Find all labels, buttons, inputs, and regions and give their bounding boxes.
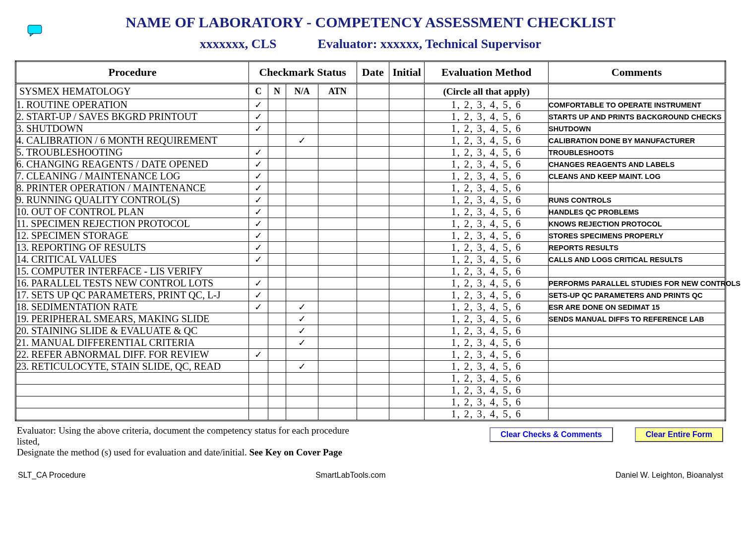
procedure-cell[interactable]: 13. REPORTING OF RESULTS — [16, 242, 249, 254]
check-atn[interactable] — [318, 182, 357, 194]
check-n[interactable] — [268, 278, 286, 289]
check-atn[interactable] — [318, 361, 357, 373]
comment-cell[interactable] — [549, 408, 726, 421]
comment-cell[interactable] — [549, 373, 726, 385]
check-atn[interactable] — [318, 385, 357, 396]
check-atn[interactable] — [318, 313, 357, 325]
procedure-cell[interactable]: 10. OUT OF CONTROL PLAN — [16, 206, 249, 218]
evaluation-cell[interactable]: 1, 2, 3, 4, 5, 6 — [425, 194, 549, 206]
initial-cell[interactable] — [389, 313, 424, 325]
check-na[interactable] — [286, 385, 318, 396]
initial-cell[interactable] — [389, 325, 424, 337]
evaluation-cell[interactable]: 1, 2, 3, 4, 5, 6 — [425, 349, 549, 361]
check-n[interactable] — [268, 373, 286, 385]
evaluation-cell[interactable]: 1, 2, 3, 4, 5, 6 — [425, 361, 549, 373]
evaluation-cell[interactable]: 1, 2, 3, 4, 5, 6 — [425, 396, 549, 408]
check-c[interactable]: ✓ — [248, 218, 268, 230]
check-n[interactable] — [268, 396, 286, 408]
check-na[interactable]: ✓ — [286, 337, 318, 349]
comment-cell[interactable]: REPORTS RESULTS — [549, 242, 726, 254]
check-atn[interactable] — [318, 289, 357, 301]
clear-form-button[interactable]: Clear Entire Form — [635, 427, 723, 442]
check-c[interactable]: ✓ — [248, 289, 268, 301]
procedure-cell[interactable]: 17. SETS UP QC PARAMETERS, PRINT QC, L-J — [16, 289, 249, 301]
date-cell[interactable] — [357, 170, 389, 182]
check-na[interactable]: ✓ — [286, 301, 318, 313]
date-cell[interactable] — [357, 278, 389, 289]
evaluation-cell[interactable]: 1, 2, 3, 4, 5, 6 — [425, 147, 549, 159]
check-na[interactable] — [286, 396, 318, 408]
date-cell[interactable] — [357, 159, 389, 170]
check-atn[interactable] — [318, 373, 357, 385]
date-cell[interactable] — [357, 230, 389, 242]
comment-cell[interactable]: HANDLES QC PROBLEMS — [549, 206, 726, 218]
check-atn[interactable] — [318, 111, 357, 123]
check-c[interactable]: ✓ — [248, 170, 268, 182]
procedure-cell[interactable]: 14. CRITICAL VALUES — [16, 254, 249, 266]
date-cell[interactable] — [357, 206, 389, 218]
initial-cell[interactable] — [389, 111, 424, 123]
check-n[interactable] — [268, 206, 286, 218]
comment-cell[interactable]: COMFORTABLE TO OPERATE INSTRUMENT — [549, 99, 726, 111]
date-cell[interactable] — [357, 242, 389, 254]
check-atn[interactable] — [318, 337, 357, 349]
procedure-cell[interactable]: 20. STAINING SLIDE & EVALUATE & QC — [16, 325, 249, 337]
evaluation-cell[interactable]: 1, 2, 3, 4, 5, 6 — [425, 301, 549, 313]
procedure-cell[interactable] — [16, 373, 249, 385]
evaluation-cell[interactable]: 1, 2, 3, 4, 5, 6 — [425, 99, 549, 111]
check-na[interactable] — [286, 147, 318, 159]
check-na[interactable] — [286, 289, 318, 301]
check-n[interactable] — [268, 385, 286, 396]
procedure-cell[interactable]: 5. TROUBLESHOOTING — [16, 147, 249, 159]
check-n[interactable] — [268, 349, 286, 361]
check-atn[interactable] — [318, 230, 357, 242]
date-cell[interactable] — [357, 385, 389, 396]
comment-cell[interactable] — [549, 325, 726, 337]
check-c[interactable]: ✓ — [248, 301, 268, 313]
initial-cell[interactable] — [389, 170, 424, 182]
check-c[interactable] — [248, 385, 268, 396]
check-n[interactable] — [268, 301, 286, 313]
check-c[interactable]: ✓ — [248, 99, 268, 111]
check-c[interactable] — [248, 135, 268, 147]
check-na[interactable] — [286, 254, 318, 266]
check-atn[interactable] — [318, 194, 357, 206]
date-cell[interactable] — [357, 194, 389, 206]
check-c[interactable] — [248, 337, 268, 349]
initial-cell[interactable] — [389, 349, 424, 361]
check-na[interactable] — [286, 242, 318, 254]
date-cell[interactable] — [357, 123, 389, 135]
comment-cell[interactable] — [549, 266, 726, 278]
date-cell[interactable] — [357, 182, 389, 194]
check-atn[interactable] — [318, 266, 357, 278]
date-cell[interactable] — [357, 111, 389, 123]
comment-bubble-icon[interactable] — [27, 25, 42, 37]
check-n[interactable] — [268, 111, 286, 123]
check-c[interactable]: ✓ — [248, 194, 268, 206]
check-n[interactable] — [268, 182, 286, 194]
procedure-cell[interactable]: 1. ROUTINE OPERATION — [16, 99, 249, 111]
check-atn[interactable] — [318, 278, 357, 289]
check-n[interactable] — [268, 313, 286, 325]
check-c[interactable]: ✓ — [248, 254, 268, 266]
check-atn[interactable] — [318, 301, 357, 313]
check-n[interactable] — [268, 361, 286, 373]
check-atn[interactable] — [318, 325, 357, 337]
date-cell[interactable] — [357, 396, 389, 408]
comment-cell[interactable]: SETS-UP QC PARAMETERS AND PRINTS QC — [549, 289, 726, 301]
check-c[interactable]: ✓ — [248, 147, 268, 159]
evaluation-cell[interactable]: 1, 2, 3, 4, 5, 6 — [425, 242, 549, 254]
check-n[interactable] — [268, 254, 286, 266]
procedure-cell[interactable]: 2. START-UP / SAVES BKGRD PRINTOUT — [16, 111, 249, 123]
date-cell[interactable] — [357, 408, 389, 421]
check-atn[interactable] — [318, 206, 357, 218]
check-c[interactable] — [248, 373, 268, 385]
check-n[interactable] — [268, 99, 286, 111]
check-c[interactable]: ✓ — [248, 349, 268, 361]
check-atn[interactable] — [318, 99, 357, 111]
date-cell[interactable] — [357, 289, 389, 301]
check-n[interactable] — [268, 147, 286, 159]
check-na[interactable] — [286, 408, 318, 421]
check-c[interactable] — [248, 361, 268, 373]
comment-cell[interactable] — [549, 182, 726, 194]
